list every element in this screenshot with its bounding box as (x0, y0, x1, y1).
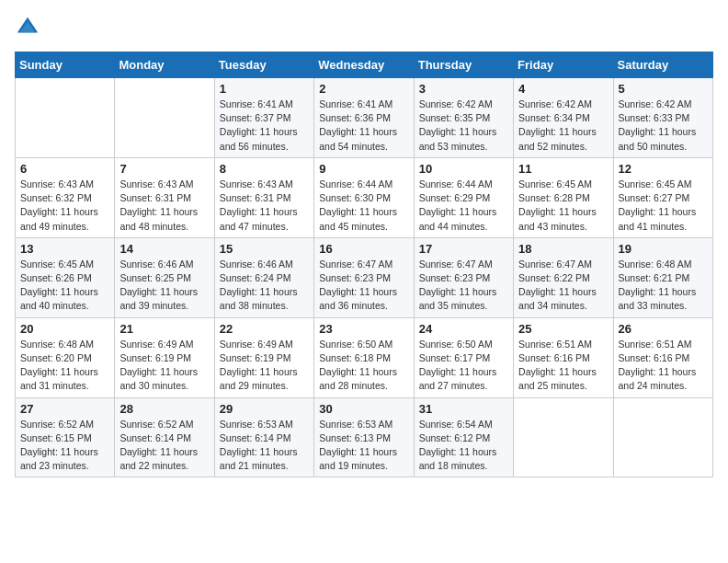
calendar-cell (115, 78, 214, 158)
calendar-cell: 23Sunrise: 6:50 AM Sunset: 6:18 PM Dayli… (314, 317, 414, 397)
calendar-cell: 18Sunrise: 6:47 AM Sunset: 6:22 PM Dayli… (514, 237, 613, 317)
day-number: 7 (119, 162, 209, 176)
day-info: Sunrise: 6:41 AM Sunset: 6:37 PM Dayligh… (220, 98, 309, 154)
day-number: 10 (419, 162, 508, 176)
day-number: 16 (319, 242, 408, 256)
logo (15, 15, 44, 40)
day-info: Sunrise: 6:45 AM Sunset: 6:27 PM Dayligh… (619, 178, 708, 234)
day-number: 12 (619, 162, 708, 176)
calendar-cell: 22Sunrise: 6:49 AM Sunset: 6:19 PM Dayli… (214, 317, 313, 397)
calendar-week-row: 1Sunrise: 6:41 AM Sunset: 6:37 PM Daylig… (16, 78, 713, 158)
day-info: Sunrise: 6:47 AM Sunset: 6:23 PM Dayligh… (419, 258, 508, 314)
calendar-week-row: 20Sunrise: 6:48 AM Sunset: 6:20 PM Dayli… (16, 317, 713, 397)
day-info: Sunrise: 6:42 AM Sunset: 6:33 PM Dayligh… (619, 98, 708, 154)
day-info: Sunrise: 6:50 AM Sunset: 6:17 PM Dayligh… (419, 338, 508, 394)
calendar-week-row: 6Sunrise: 6:43 AM Sunset: 6:32 PM Daylig… (16, 157, 713, 237)
calendar-cell: 4Sunrise: 6:42 AM Sunset: 6:34 PM Daylig… (514, 78, 613, 158)
day-number: 5 (619, 82, 708, 96)
day-info: Sunrise: 6:46 AM Sunset: 6:24 PM Dayligh… (220, 258, 309, 314)
calendar-cell: 15Sunrise: 6:46 AM Sunset: 6:24 PM Dayli… (214, 237, 313, 317)
weekday-header: Saturday (613, 52, 712, 78)
calendar-body: 1Sunrise: 6:41 AM Sunset: 6:37 PM Daylig… (16, 78, 713, 477)
day-number: 28 (119, 402, 209, 416)
day-number: 22 (220, 322, 309, 336)
day-info: Sunrise: 6:50 AM Sunset: 6:18 PM Dayligh… (319, 338, 408, 394)
calendar-cell: 12Sunrise: 6:45 AM Sunset: 6:27 PM Dayli… (613, 157, 712, 237)
calendar-cell: 2Sunrise: 6:41 AM Sunset: 6:36 PM Daylig… (314, 78, 414, 158)
calendar-cell: 25Sunrise: 6:51 AM Sunset: 6:16 PM Dayli… (514, 317, 613, 397)
calendar-table: SundayMondayTuesdayWednesdayThursdayFrid… (15, 52, 713, 477)
day-number: 2 (319, 82, 408, 96)
day-number: 13 (20, 242, 109, 256)
day-number: 3 (419, 82, 508, 96)
day-info: Sunrise: 6:51 AM Sunset: 6:16 PM Dayligh… (619, 338, 708, 394)
day-info: Sunrise: 6:42 AM Sunset: 6:34 PM Dayligh… (518, 98, 608, 154)
calendar-cell (16, 78, 115, 158)
calendar-cell: 31Sunrise: 6:54 AM Sunset: 6:12 PM Dayli… (414, 397, 513, 477)
calendar-cell: 13Sunrise: 6:45 AM Sunset: 6:26 PM Dayli… (16, 237, 115, 317)
weekday-header: Sunday (16, 52, 115, 78)
calendar-cell: 20Sunrise: 6:48 AM Sunset: 6:20 PM Dayli… (16, 317, 115, 397)
calendar-cell: 7Sunrise: 6:43 AM Sunset: 6:31 PM Daylig… (115, 157, 214, 237)
calendar-cell (514, 397, 613, 477)
calendar-cell: 11Sunrise: 6:45 AM Sunset: 6:28 PM Dayli… (514, 157, 613, 237)
day-number: 1 (220, 82, 309, 96)
weekday-header: Thursday (414, 52, 513, 78)
logo-icon (15, 15, 40, 40)
day-number: 29 (220, 402, 309, 416)
day-info: Sunrise: 6:43 AM Sunset: 6:31 PM Dayligh… (119, 178, 209, 234)
day-info: Sunrise: 6:48 AM Sunset: 6:21 PM Dayligh… (619, 258, 708, 314)
calendar-cell (613, 397, 712, 477)
calendar-week-row: 27Sunrise: 6:52 AM Sunset: 6:15 PM Dayli… (16, 397, 713, 477)
day-info: Sunrise: 6:43 AM Sunset: 6:31 PM Dayligh… (220, 178, 309, 234)
day-info: Sunrise: 6:53 AM Sunset: 6:13 PM Dayligh… (319, 418, 408, 474)
calendar-cell: 10Sunrise: 6:44 AM Sunset: 6:29 PM Dayli… (414, 157, 513, 237)
calendar-cell: 21Sunrise: 6:49 AM Sunset: 6:19 PM Dayli… (115, 317, 214, 397)
day-info: Sunrise: 6:45 AM Sunset: 6:26 PM Dayligh… (20, 258, 109, 314)
calendar-cell: 17Sunrise: 6:47 AM Sunset: 6:23 PM Dayli… (414, 237, 513, 317)
calendar-cell: 9Sunrise: 6:44 AM Sunset: 6:30 PM Daylig… (314, 157, 414, 237)
day-number: 14 (119, 242, 209, 256)
calendar-cell: 29Sunrise: 6:53 AM Sunset: 6:14 PM Dayli… (214, 397, 313, 477)
day-number: 4 (518, 82, 608, 96)
calendar-week-row: 13Sunrise: 6:45 AM Sunset: 6:26 PM Dayli… (16, 237, 713, 317)
weekday-header: Friday (514, 52, 613, 78)
day-info: Sunrise: 6:46 AM Sunset: 6:25 PM Dayligh… (119, 258, 209, 314)
calendar-cell: 19Sunrise: 6:48 AM Sunset: 6:21 PM Dayli… (613, 237, 712, 317)
day-number: 11 (518, 162, 608, 176)
day-info: Sunrise: 6:51 AM Sunset: 6:16 PM Dayligh… (518, 338, 608, 394)
day-info: Sunrise: 6:49 AM Sunset: 6:19 PM Dayligh… (220, 338, 309, 394)
calendar-cell: 16Sunrise: 6:47 AM Sunset: 6:23 PM Dayli… (314, 237, 414, 317)
calendar-cell: 30Sunrise: 6:53 AM Sunset: 6:13 PM Dayli… (314, 397, 414, 477)
day-info: Sunrise: 6:41 AM Sunset: 6:36 PM Dayligh… (319, 98, 408, 154)
day-info: Sunrise: 6:53 AM Sunset: 6:14 PM Dayligh… (220, 418, 309, 474)
day-info: Sunrise: 6:45 AM Sunset: 6:28 PM Dayligh… (518, 178, 608, 234)
day-info: Sunrise: 6:48 AM Sunset: 6:20 PM Dayligh… (20, 338, 109, 394)
day-number: 23 (319, 322, 408, 336)
day-number: 19 (619, 242, 708, 256)
calendar-cell: 27Sunrise: 6:52 AM Sunset: 6:15 PM Dayli… (16, 397, 115, 477)
day-number: 26 (619, 322, 708, 336)
day-info: Sunrise: 6:43 AM Sunset: 6:32 PM Dayligh… (20, 178, 109, 234)
calendar-cell: 5Sunrise: 6:42 AM Sunset: 6:33 PM Daylig… (613, 78, 712, 158)
day-info: Sunrise: 6:52 AM Sunset: 6:14 PM Dayligh… (119, 418, 209, 474)
day-number: 6 (20, 162, 109, 176)
day-info: Sunrise: 6:49 AM Sunset: 6:19 PM Dayligh… (119, 338, 209, 394)
calendar-cell: 28Sunrise: 6:52 AM Sunset: 6:14 PM Dayli… (115, 397, 214, 477)
day-number: 9 (319, 162, 408, 176)
page-header (15, 15, 713, 40)
day-info: Sunrise: 6:44 AM Sunset: 6:29 PM Dayligh… (419, 178, 508, 234)
day-number: 27 (20, 402, 109, 416)
day-info: Sunrise: 6:47 AM Sunset: 6:22 PM Dayligh… (518, 258, 608, 314)
calendar-cell: 1Sunrise: 6:41 AM Sunset: 6:37 PM Daylig… (214, 78, 313, 158)
calendar-cell: 14Sunrise: 6:46 AM Sunset: 6:25 PM Dayli… (115, 237, 214, 317)
day-number: 20 (20, 322, 109, 336)
calendar-cell: 6Sunrise: 6:43 AM Sunset: 6:32 PM Daylig… (16, 157, 115, 237)
weekday-header: Wednesday (314, 52, 414, 78)
calendar-cell: 3Sunrise: 6:42 AM Sunset: 6:35 PM Daylig… (414, 78, 513, 158)
day-number: 31 (419, 402, 508, 416)
day-info: Sunrise: 6:47 AM Sunset: 6:23 PM Dayligh… (319, 258, 408, 314)
calendar-cell: 8Sunrise: 6:43 AM Sunset: 6:31 PM Daylig… (214, 157, 313, 237)
weekday-header: Tuesday (214, 52, 313, 78)
day-number: 30 (319, 402, 408, 416)
